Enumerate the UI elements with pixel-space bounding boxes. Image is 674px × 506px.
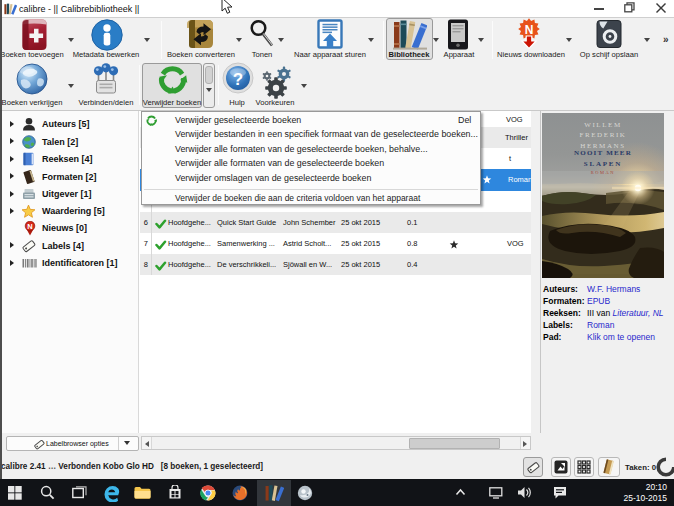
svg-text:N: N (525, 23, 534, 37)
svg-text:N: N (27, 222, 32, 231)
svg-text:?: ? (233, 70, 243, 89)
